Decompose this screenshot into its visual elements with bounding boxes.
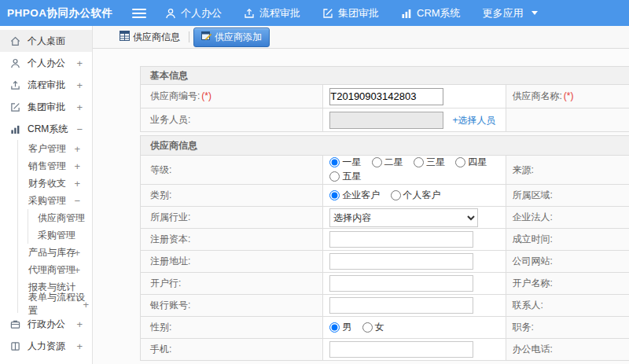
user-icon <box>165 8 176 19</box>
registered-address-input[interactable] <box>329 253 473 270</box>
expand-icon[interactable]: + <box>74 247 80 259</box>
nav-item-personal-office[interactable]: 个人办公 <box>165 6 222 20</box>
tab-supplier-add[interactable]: 供应商添加 <box>193 28 270 47</box>
nav-item-group-approval[interactable]: 集团审批 <box>322 6 379 20</box>
section-title-supplier: 供应商信息 <box>141 136 629 156</box>
sidebar-item-group-approval[interactable]: 集团审批 + <box>0 96 92 118</box>
radio-option[interactable]: 三星 <box>414 156 445 169</box>
expand-icon[interactable]: + <box>74 143 80 155</box>
tab-separator <box>189 31 189 42</box>
nav-item-more-apps[interactable]: 更多应用 <box>483 6 538 20</box>
field-label: 企业法人: <box>506 207 629 229</box>
field-label: 手机: <box>141 339 323 361</box>
sidebar-item-process-approval[interactable]: 流程审批 + <box>0 74 92 96</box>
field-label: 银行账号: <box>141 295 323 317</box>
radio-option[interactable]: 女 <box>362 321 384 334</box>
field-label: 联系人: <box>506 295 629 317</box>
nav-item-crm-system[interactable]: CRM系统 <box>401 6 461 20</box>
table-row: 业务人员: +选择人员 <box>141 108 629 132</box>
sidebar-item-form-flow-settings[interactable]: 表单与流程设置 + <box>18 296 92 313</box>
chart-icon <box>401 8 412 19</box>
select-staff-link[interactable]: +选择人员 <box>453 115 496 126</box>
sidebar-item-product-inventory[interactable]: 产品与库存 + <box>18 244 92 261</box>
radio-option[interactable]: 一星 <box>329 156 361 169</box>
expand-icon[interactable]: + <box>76 79 83 91</box>
sidebar-item-sales-mgmt[interactable]: 销售管理 + <box>18 157 92 175</box>
table-icon <box>120 31 130 43</box>
mobile-input[interactable] <box>329 341 473 358</box>
radio-input[interactable] <box>329 322 340 333</box>
radio-input[interactable] <box>329 157 340 167</box>
sidebar-item-label: 行政办公 <box>28 318 65 331</box>
field-label: 性别: <box>141 317 323 339</box>
table-row: 所属行业: 选择内容 企业法人: <box>141 207 629 229</box>
field-label: 职务: <box>506 317 629 339</box>
radio-input[interactable] <box>455 157 465 167</box>
sidebar-item-label: 采购管理 <box>28 194 66 208</box>
staff-input <box>329 112 443 129</box>
expand-icon[interactable]: + <box>76 57 83 69</box>
table-row: 类别: 企业客户 个人客户 所属区域: <box>141 185 629 207</box>
briefcase-icon <box>10 319 22 329</box>
supplier-code-input[interactable] <box>329 88 443 105</box>
sidebar-item-purchase-mgmt[interactable]: 采购管理 − <box>18 192 92 209</box>
expand-icon[interactable]: + <box>83 299 89 311</box>
top-header: PHPOA协同办公软件 个人办公 流程审批 集团审批 CRM系统 更多应用 <box>0 0 629 26</box>
sidebar-item-customer-mgmt[interactable]: 客户管理 + <box>18 140 92 157</box>
radio-option[interactable]: 男 <box>329 321 351 334</box>
bank-branch-input[interactable] <box>329 275 473 292</box>
collapse-icon[interactable]: − <box>76 123 83 135</box>
field-label: 开户行: <box>141 273 323 295</box>
radio-input[interactable] <box>329 190 340 200</box>
radio-option[interactable]: 企业客户 <box>329 189 380 202</box>
sidebar-item-purchase-mgmt-sub[interactable]: 采购管理 <box>28 226 92 244</box>
sidebar-item-label: 客户管理 <box>28 142 66 156</box>
sidebar-item-personal-office[interactable]: 个人办公 + <box>0 52 92 74</box>
radio-option[interactable]: 个人客户 <box>391 189 441 202</box>
gender-radio-group: 男 女 <box>323 317 506 339</box>
sidebar-item-label: 个人桌面 <box>28 35 65 48</box>
radio-option[interactable]: 二星 <box>372 156 403 169</box>
sidebar-item-supplier-mgmt[interactable]: 供应商管理 <box>28 209 92 226</box>
collapse-icon[interactable]: − <box>74 195 80 207</box>
hr-icon <box>10 341 22 351</box>
hamburger-menu-icon[interactable] <box>132 6 146 20</box>
expand-icon[interactable]: + <box>74 178 80 189</box>
sidebar-item-agent-mgmt[interactable]: 代理商管理 + <box>18 261 92 278</box>
field-label: 开户名称: <box>506 273 629 295</box>
nav-item-process-approval[interactable]: 流程审批 <box>244 6 300 20</box>
expand-icon[interactable]: + <box>76 101 83 113</box>
radio-input[interactable] <box>372 157 382 167</box>
sidebar-item-personal-desktop[interactable]: 个人桌面 <box>0 30 92 52</box>
radio-input[interactable] <box>362 322 373 333</box>
radio-option[interactable]: 五星 <box>329 170 361 183</box>
radio-label: 五星 <box>342 170 361 183</box>
required-mark: (*) <box>201 90 212 101</box>
expand-icon[interactable]: + <box>76 318 83 330</box>
industry-select[interactable]: 选择内容 <box>329 208 478 227</box>
radio-input[interactable] <box>391 190 401 200</box>
field-label: 办公电话: <box>506 339 629 361</box>
radio-option[interactable]: 四星 <box>455 156 487 169</box>
expand-icon[interactable]: + <box>74 264 80 276</box>
app-logo: PHPOA协同办公软件 <box>0 6 118 20</box>
expand-icon[interactable]: + <box>76 340 83 352</box>
sidebar-item-hr[interactable]: 人力资源 + <box>0 335 92 357</box>
add-form-icon <box>201 31 212 43</box>
caret-down-icon <box>532 11 538 15</box>
table-row: 注册资本: 成立时间: <box>141 229 629 251</box>
supplier-info-table: 供应商信息 等级: 一星 二星 三星 四星 五星 来源: 类别: <box>140 135 629 361</box>
top-nav: 个人办公 流程审批 集团审批 CRM系统 更多应用 <box>165 6 560 20</box>
field-label: 公司网站: <box>506 251 629 273</box>
required-mark: (*) <box>564 90 574 101</box>
table-row: 开户行: 开户名称: <box>141 273 629 295</box>
bank-account-input[interactable] <box>329 297 473 314</box>
sidebar-item-admin-office[interactable]: 行政办公 + <box>0 313 92 335</box>
registered-capital-input[interactable] <box>329 231 473 248</box>
expand-icon[interactable]: + <box>74 160 80 172</box>
sidebar-item-finance[interactable]: 财务收支 + <box>18 175 92 192</box>
sidebar-item-crm-system[interactable]: CRM系统 − <box>0 118 92 140</box>
tab-supplier-info[interactable]: 供应商信息 <box>115 28 185 46</box>
radio-input[interactable] <box>414 157 424 167</box>
radio-input[interactable] <box>329 171 340 182</box>
